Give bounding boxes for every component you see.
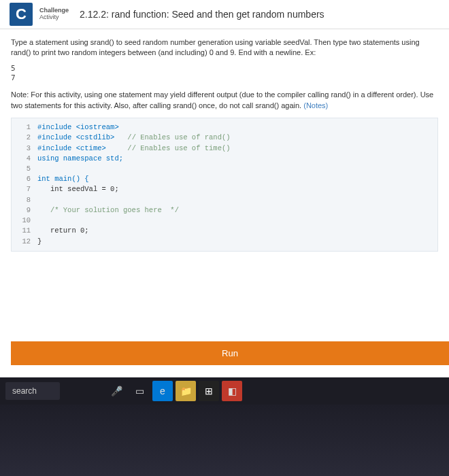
code-l1: #include <iostream> (37, 123, 119, 131)
code-l4: using namespace std; (37, 154, 123, 163)
content-area: Type a statement using srand() to seed r… (0, 29, 449, 341)
app-icon[interactable]: ◧ (222, 381, 242, 401)
note-text: Note: For this activity, using one state… (11, 90, 438, 111)
store-icon[interactable]: ⊞ (199, 381, 219, 401)
code-l9: /* Your solution goes here */ (37, 206, 179, 214)
code-l3b: // Enables use of time() (127, 144, 230, 152)
activity-header: C Challenge Activity 2.12.2: rand functi… (0, 0, 449, 29)
file-explorer-icon[interactable]: 📁 (176, 381, 196, 401)
code-l7: int seedVal = 0; (37, 185, 119, 193)
task-view-icon[interactable]: ▭ (129, 381, 150, 401)
code-l12: } (37, 237, 41, 245)
code-l6: int main() { (37, 175, 89, 183)
activity-title: 2.12.2: rand function: Seed and then get… (80, 9, 325, 20)
search-text: search (12, 386, 37, 396)
taskbar-search[interactable]: search (5, 382, 60, 400)
code-l2b: // Enables use of rand() (127, 133, 230, 141)
app-window: C Challenge Activity 2.12.2: rand functi… (0, 0, 449, 377)
example-line-1: 5 (11, 64, 438, 73)
desk-surface (0, 405, 449, 476)
microphone-icon[interactable]: 🎤 (106, 381, 127, 401)
footer-faint-text (0, 373, 449, 377)
code-l2a: #include <cstdlib> (37, 133, 114, 141)
challenge-line2: Activity (39, 14, 69, 21)
notes-link[interactable]: (Notes) (303, 101, 328, 109)
example-output: 5 7 (11, 64, 438, 84)
taskbar: search 🎤 ▭ e 📁 ⊞ ◧ (0, 377, 449, 405)
note-body: Note: For this activity, using one state… (11, 90, 433, 109)
instruction-span: Type a statement using srand() to seed r… (11, 38, 420, 56)
code-l11: return 0; (37, 226, 89, 235)
run-button[interactable]: Run (11, 341, 449, 365)
c-badge: C (10, 3, 33, 26)
code-editor[interactable]: 1#include <iostream> 2#include <cstdlib>… (11, 118, 438, 252)
example-line-2: 7 (11, 73, 438, 83)
challenge-label: Challenge Activity (39, 7, 69, 21)
edge-icon[interactable]: e (152, 381, 173, 401)
instruction-text: Type a statement using srand() to seed r… (11, 37, 438, 58)
code-l3a: #include <ctime> (37, 144, 106, 152)
